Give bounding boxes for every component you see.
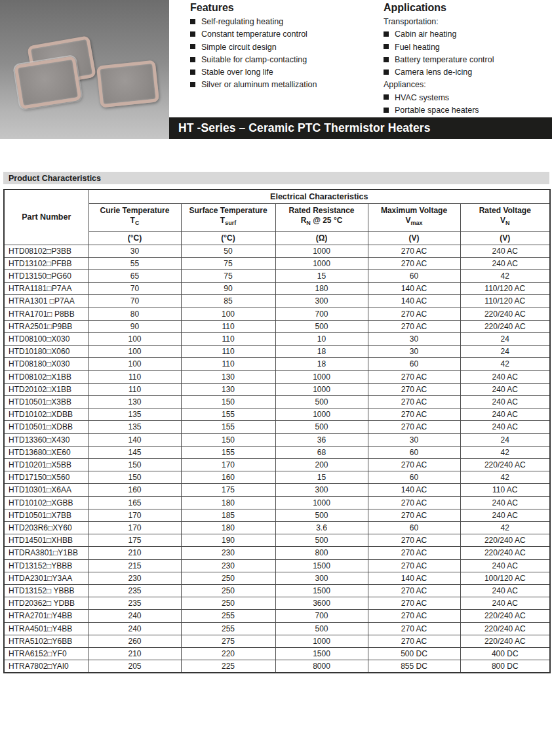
value-cell: 30 (368, 433, 460, 446)
value-cell: 220/240 AC (460, 622, 550, 635)
table-row: HTD13152□YBBB2152301500270 AC240 AC (4, 559, 550, 572)
value-cell: 200 (275, 458, 368, 471)
features-list: Self-regulating heating Constant tempera… (190, 16, 374, 92)
value-cell: 42 (460, 358, 550, 370)
table-row: HTD10102□XGBB1651801000270 AC240 AC (4, 496, 550, 509)
value-cell: 150 (89, 471, 181, 484)
value-cell: 220/240 AC (460, 610, 550, 622)
table-row: HTD13680□XE60145155686042 (4, 446, 550, 458)
value-cell: 100/120 AC (460, 572, 550, 584)
value-cell: 130 (181, 370, 275, 383)
value-cell: 170 (89, 509, 181, 521)
part-number-cell: HTD17150□X560 (4, 471, 89, 484)
value-cell: 300 (275, 572, 368, 584)
part-number-cell: HTD08102□X1BB (4, 370, 89, 383)
bullet-square-icon (384, 31, 389, 37)
value-cell: 100 (89, 332, 181, 345)
feature-label: Silver or aluminum metallization (201, 79, 317, 91)
value-cell: 240 AC (460, 408, 550, 421)
part-number-cell: HTD20362□ YDBB (4, 597, 89, 610)
table-row: HTD17150□X560150160156042 (4, 471, 550, 484)
value-cell: 110 (181, 332, 275, 345)
application-label: Camera lens de-icing (395, 66, 472, 79)
part-number-cell: HTDA2301□Y3AA (4, 572, 89, 584)
value-cell: 240 AC (460, 597, 550, 610)
value-cell: 42 (460, 471, 550, 484)
table-row: HTD20102□X1BB1101301000270 AC240 AC (4, 383, 550, 395)
value-cell: 270 AC (368, 421, 460, 433)
value-cell: 250 (181, 584, 275, 597)
value-cell: 700 (275, 610, 368, 622)
features-section: Features Self-regulating heating Constan… (190, 2, 374, 92)
feature-label: Constant temperature control (201, 28, 307, 41)
value-cell: 24 (460, 433, 550, 446)
table-row: HTD10102□XDBB1351551000270 AC240 AC (4, 408, 550, 421)
value-cell: 270 AC (368, 622, 460, 635)
part-number-cell: HTD13102□PFBB (4, 257, 89, 269)
value-cell: 1000 (275, 245, 368, 257)
value-cell: 30 (368, 332, 460, 345)
value-cell: 270 AC (368, 257, 460, 269)
value-cell: 130 (89, 395, 181, 408)
column-header: Curie TemperatureTC (89, 203, 181, 231)
part-number-cell: HTD10501□XDBB (4, 421, 89, 433)
value-cell: 240 AC (460, 370, 550, 383)
value-cell: 30 (89, 245, 181, 257)
value-cell: 80 (89, 308, 181, 320)
value-cell: 240 (89, 610, 181, 622)
part-number-cell: HTD08102□P3BB (4, 245, 89, 257)
bullet-square-icon (190, 19, 195, 24)
part-number-cell: HTD14501□XHBB (4, 534, 89, 547)
list-item: Silver or aluminum metallization (190, 79, 374, 91)
table-row: HTD10501□XDBB135155500270 AC240 AC (4, 421, 550, 433)
value-cell: 220/240 AC (460, 458, 550, 471)
value-cell: 180 (181, 496, 275, 509)
value-cell: 500 (275, 534, 368, 547)
value-cell: 75 (181, 269, 275, 282)
series-title-banner: HT -Series – Ceramic PTC Thermistor Heat… (169, 117, 552, 139)
value-cell: 240 AC (460, 496, 550, 509)
part-number-cell: HTD13152□ YBBB (4, 584, 89, 597)
table-row: HTD10180□X060100110183024 (4, 346, 550, 358)
value-cell: 145 (89, 446, 181, 458)
application-group-label: Appliances: (384, 79, 551, 91)
table-row: HTRA7802□YAI02052258000855 DC800 DC (4, 660, 550, 673)
value-cell: 500 (275, 622, 368, 635)
value-cell: 855 DC (368, 660, 460, 673)
value-cell: 180 (181, 521, 275, 534)
value-cell: 300 (275, 295, 368, 308)
value-cell: 500 (275, 421, 368, 433)
value-cell: 110 AC (460, 484, 550, 496)
value-cell: 3600 (275, 597, 368, 610)
value-cell: 65 (89, 269, 181, 282)
value-cell: 140 AC (368, 295, 460, 308)
value-cell: 220/240 AC (460, 635, 550, 647)
value-cell: 185 (181, 509, 275, 521)
value-cell: 175 (181, 484, 275, 496)
table-row: HTD10301□X6AA160175300140 AC110 AC (4, 484, 550, 496)
value-cell: 18 (275, 346, 368, 358)
value-cell: 1000 (275, 257, 368, 269)
value-cell: 1500 (275, 648, 368, 660)
ptc-chip-front (14, 56, 81, 109)
value-cell: 240 AC (460, 395, 550, 408)
value-cell: 255 (181, 610, 275, 622)
value-cell: 800 DC (460, 660, 550, 673)
value-cell: 270 AC (368, 370, 460, 383)
datasheet-page: Features Self-regulating heating Constan… (0, 0, 552, 756)
value-cell: 500 (275, 320, 368, 332)
value-cell: 400 DC (460, 648, 550, 660)
part-number-cell: HTD13152□YBBB (4, 559, 89, 572)
value-cell: 165 (89, 496, 181, 509)
part-number-cell: HTD13150□PG60 (4, 269, 89, 282)
value-cell: 160 (181, 471, 275, 484)
column-header: Rated VoltageVN (460, 203, 550, 231)
table-row: HTDRA3801□Y1BB210230800270 AC220/240 AC (4, 547, 550, 559)
part-number-cell: HTD13680□XE60 (4, 446, 89, 458)
part-number-cell: HTD20102□X1BB (4, 383, 89, 395)
table-row: HTD13150□PG606575156042 (4, 269, 550, 282)
value-cell: 85 (181, 295, 275, 308)
list-item: Battery temperature control (384, 54, 551, 66)
value-cell: 210 (89, 547, 181, 559)
part-number-cell: HTRA7802□YAI0 (4, 660, 89, 673)
